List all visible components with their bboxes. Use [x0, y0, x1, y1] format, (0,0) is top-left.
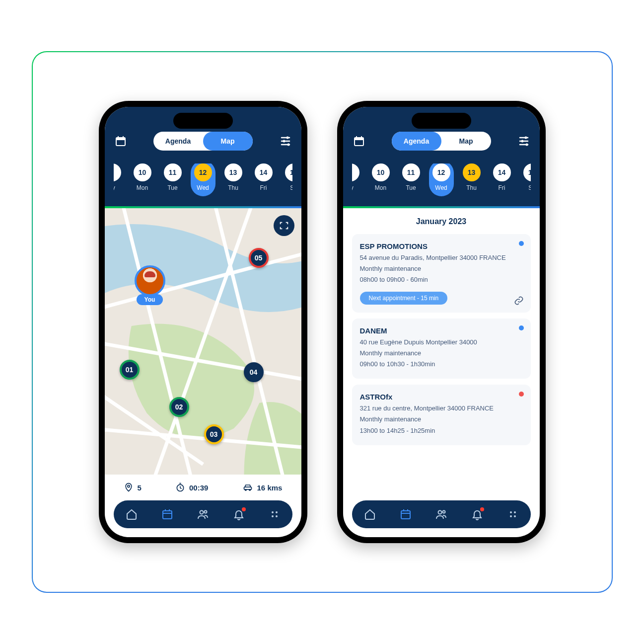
day-item-selected[interactable]: 12Wed	[191, 163, 215, 196]
nav-home-icon[interactable]	[126, 508, 138, 520]
day-item-selected[interactable]: 12Wed	[429, 163, 454, 196]
svg-rect-30	[401, 511, 410, 519]
card-title: DANEM	[360, 326, 523, 335]
svg-point-8	[127, 485, 129, 487]
day-item[interactable]: 14Fri	[251, 163, 276, 191]
tab-map[interactable]: Map	[203, 132, 253, 151]
notification-dot	[242, 507, 246, 511]
svg-point-18	[204, 511, 207, 513]
day-item[interactable]: 14Fri	[490, 163, 514, 191]
tab-map[interactable]: Map	[441, 132, 491, 151]
screen-map: Agenda Map 9ay 10Mon 11Tue 12Wed 13Thu 1…	[105, 107, 301, 537]
svg-point-35	[442, 511, 445, 513]
phone-agenda: Agenda Map 9ay 10Mon 11Tue 12Wed 13Thu 1…	[337, 101, 546, 543]
status-dot	[519, 241, 524, 246]
tab-agenda[interactable]: Agenda	[392, 132, 441, 151]
svg-point-28	[521, 140, 523, 143]
nav-people-icon[interactable]	[197, 508, 209, 520]
appointment-card[interactable]: ESP PROMOTIONS 54 avenue du Paradis, Mon…	[352, 234, 531, 313]
svg-point-4	[286, 137, 288, 139]
next-appointment-badge: Next appointment - 15 min	[360, 292, 448, 305]
day-strip[interactable]: 9ay 10Mon 11Tue 12Wed 13Thu 14Fri 15Sa	[352, 163, 531, 196]
map-pin-02[interactable]: 02	[169, 397, 189, 417]
card-desc: Monthly maintenance	[360, 264, 523, 273]
bottom-nav	[352, 500, 531, 528]
calendar-grid-icon[interactable]	[114, 134, 128, 148]
nav-more-icon[interactable]	[507, 508, 519, 520]
card-address: 40 rue Eugène Dupuis Montpellier 34000	[360, 338, 523, 347]
stat-stops: 5	[124, 483, 142, 492]
day-item[interactable]: 9ay	[352, 163, 363, 191]
card-time: 09h00 to 10h30 - 1h30min	[360, 360, 523, 369]
nav-calendar-icon[interactable]	[161, 508, 173, 520]
pin-icon	[124, 483, 134, 492]
svg-point-22	[276, 515, 278, 517]
day-item[interactable]: 10Mon	[130, 163, 155, 191]
nav-more-icon[interactable]	[269, 508, 281, 520]
svg-rect-1	[116, 138, 125, 140]
nav-bell-icon[interactable]	[233, 508, 245, 520]
svg-rect-13	[163, 511, 172, 519]
card-time: 08h00 to 09h00 - 60min	[360, 275, 523, 284]
nav-people-icon[interactable]	[435, 508, 447, 520]
stat-distance: 16 kms	[242, 483, 283, 492]
svg-point-38	[510, 515, 512, 517]
card-title: ASTROfx	[360, 393, 523, 401]
svg-point-29	[525, 144, 528, 146]
nav-home-icon[interactable]	[364, 508, 376, 520]
view-toggle: Agenda Map	[392, 132, 491, 151]
svg-point-27	[524, 137, 527, 139]
stopwatch-icon	[175, 483, 185, 492]
map-pin-04[interactable]: 04	[244, 362, 264, 382]
card-desc: Monthly maintenance	[360, 349, 523, 358]
bottom-nav-wrapper	[105, 500, 301, 537]
car-icon	[242, 483, 253, 492]
svg-point-19	[272, 511, 274, 513]
map-pin-03[interactable]: 03	[204, 424, 224, 444]
you-marker[interactable]: You	[135, 265, 165, 305]
svg-point-17	[200, 511, 203, 514]
map[interactable]: You 05 01 02 03 04	[105, 208, 301, 475]
day-item[interactable]: 11Tue	[399, 163, 424, 191]
map-pin-01[interactable]: 01	[120, 360, 140, 380]
card-address: 321 rue du centre, Montpellier 34000 FRA…	[360, 404, 523, 413]
appointment-card[interactable]: DANEM 40 rue Eugène Dupuis Montpellier 3…	[352, 319, 531, 379]
card-time: 13h00 to 14h25 - 1h25min	[360, 426, 523, 435]
appointment-card[interactable]: ASTROfx 321 rue du centre, Montpellier 3…	[352, 385, 531, 445]
card-title: ESP PROMOTIONS	[360, 242, 523, 250]
notification-dot	[480, 507, 484, 511]
stats-bar: 5 00:39 16 kms	[105, 475, 301, 500]
map-pin-05[interactable]: 05	[249, 248, 269, 268]
month-title: January 2023	[352, 217, 531, 226]
filter-icon[interactable]	[279, 134, 292, 148]
screen-agenda: Agenda Map 9ay 10Mon 11Tue 12Wed 13Thu 1…	[343, 107, 540, 537]
calendar-grid-icon[interactable]	[352, 134, 366, 148]
svg-point-36	[510, 511, 512, 513]
day-item[interactable]: 15Sa	[282, 163, 292, 191]
day-item[interactable]: 15Sa	[520, 163, 531, 191]
day-item[interactable]: 10Mon	[368, 163, 393, 191]
svg-point-34	[438, 511, 441, 514]
link-icon[interactable]	[514, 296, 524, 306]
day-item[interactable]: 13Thu	[459, 163, 484, 191]
svg-point-37	[514, 511, 516, 513]
card-address: 54 avenue du Paradis, Montpellier 34000 …	[360, 253, 523, 262]
nav-bell-icon[interactable]	[471, 508, 483, 520]
tab-agenda[interactable]: Agenda	[153, 132, 203, 151]
agenda-list[interactable]: January 2023 ESP PROMOTIONS 54 avenue du…	[343, 208, 540, 500]
filter-icon[interactable]	[517, 134, 531, 148]
day-item[interactable]: 11Tue	[160, 163, 185, 191]
day-item[interactable]: 9ay	[114, 163, 125, 191]
day-item[interactable]: 13Thu	[221, 163, 246, 191]
day-strip[interactable]: 9ay 10Mon 11Tue 12Wed 13Thu 14Fri 15Sa	[114, 163, 292, 196]
svg-point-20	[276, 511, 278, 513]
status-dot	[519, 392, 524, 397]
card-desc: Monthly maintenance	[360, 415, 523, 424]
bottom-nav-wrapper	[343, 500, 540, 537]
view-toggle: Agenda Map	[153, 132, 253, 151]
header: Agenda Map 9ay 10Mon 11Tue 12Wed 13Thu 1…	[105, 107, 301, 206]
fullscreen-icon[interactable]	[274, 215, 294, 236]
status-dot	[519, 325, 524, 330]
bottom-nav	[114, 500, 292, 528]
nav-calendar-icon[interactable]	[400, 508, 412, 520]
